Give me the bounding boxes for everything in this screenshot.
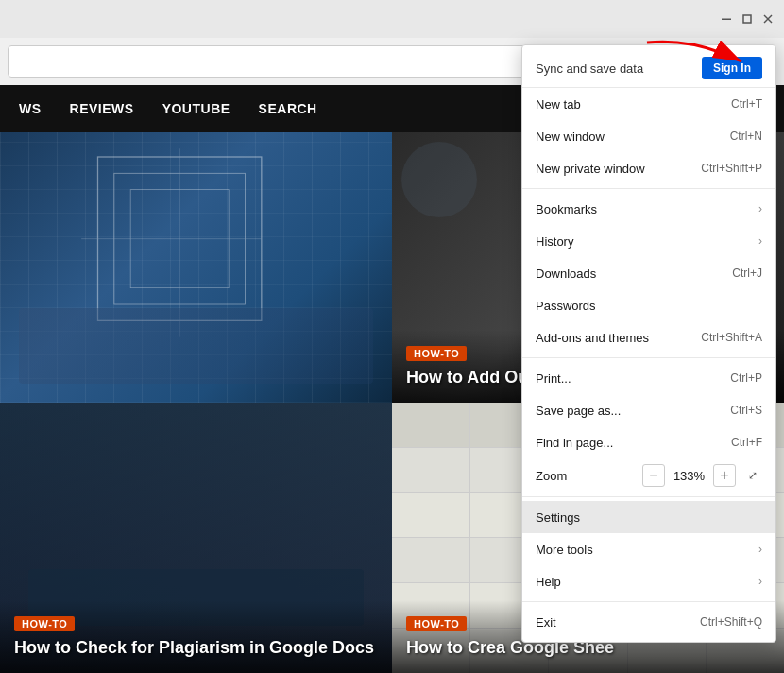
zoom-row: Zoom − 133% + ⤢ <box>522 458 775 492</box>
menu-item-settings[interactable]: Settings <box>522 501 775 533</box>
svg-rect-1 <box>743 15 751 23</box>
firefox-dropdown-menu: Sync and save data Sign In New tab Ctrl+… <box>521 44 776 643</box>
nav-item-youtube[interactable]: YOUTUBE <box>162 101 230 116</box>
menu-item-help[interactable]: Help › <box>522 565 775 597</box>
help-arrow-icon: › <box>758 575 762 588</box>
menu-divider-4 <box>522 601 775 602</box>
menu-item-exit[interactable]: Exit Ctrl+Shift+Q <box>522 606 775 638</box>
nav-item-search[interactable]: SEARCH <box>259 101 317 116</box>
nav-item-ws[interactable]: WS <box>19 101 42 116</box>
menu-item-find-in-page[interactable]: Find in page... Ctrl+F <box>522 426 775 458</box>
zoom-expand-icon[interactable]: ⤢ <box>743 466 762 485</box>
article-card-1[interactable] <box>0 132 392 403</box>
zoom-minus-button[interactable]: − <box>642 464 665 487</box>
sync-label: Sync and save data <box>536 61 643 76</box>
menu-item-bookmarks[interactable]: Bookmarks › <box>522 193 775 225</box>
article-card-3[interactable]: HOW-TO How to Check for Plagiarism in Go… <box>0 403 392 673</box>
menu-item-downloads[interactable]: Downloads Ctrl+J <box>522 257 775 289</box>
menu-item-save-page[interactable]: Save page as... Ctrl+S <box>522 394 775 426</box>
menu-item-addons[interactable]: Add-ons and themes Ctrl+Shift+A <box>522 321 775 354</box>
menu-item-more-tools[interactable]: More tools › <box>522 533 775 565</box>
zoom-label: Zoom <box>536 469 567 483</box>
howto-badge-3: HOW-TO <box>14 616 75 631</box>
close-button[interactable] <box>759 10 776 27</box>
title-bar <box>0 0 784 38</box>
menu-item-print[interactable]: Print... Ctrl+P <box>522 362 775 394</box>
svg-rect-0 <box>722 19 731 21</box>
zoom-plus-button[interactable]: + <box>713 464 736 487</box>
article-title-3: How to Check for Plagiarism in Google Do… <box>14 637 378 659</box>
history-arrow-icon: › <box>758 234 762 248</box>
menu-item-new-tab[interactable]: New tab Ctrl+T <box>522 88 775 120</box>
menu-item-history[interactable]: History › <box>522 225 775 257</box>
more-tools-arrow-icon: › <box>758 543 762 556</box>
bookmarks-arrow-icon: › <box>758 202 762 216</box>
menu-divider-1 <box>522 188 775 189</box>
menu-item-new-window[interactable]: New window Ctrl+N <box>522 120 775 152</box>
sync-section: Sync and save data Sign In <box>522 49 775 88</box>
menu-divider-2 <box>522 357 775 358</box>
menu-item-new-private-window[interactable]: New private window Ctrl+Shift+P <box>522 152 775 184</box>
article-overlay-3: HOW-TO How to Check for Plagiarism in Go… <box>0 600 392 673</box>
zoom-controls: − 133% + ⤢ <box>642 464 762 487</box>
sign-in-button[interactable]: Sign In <box>702 57 762 79</box>
nav-item-reviews[interactable]: REVIEWS <box>70 101 134 116</box>
menu-item-passwords[interactable]: Passwords <box>522 289 775 321</box>
maximize-button[interactable] <box>739 10 756 27</box>
menu-divider-3 <box>522 496 775 497</box>
howto-badge-4: HOW-TO <box>406 616 467 631</box>
howto-badge-2: HOW-TO <box>406 346 467 361</box>
zoom-value-display: 133% <box>673 469 706 483</box>
minimize-button[interactable] <box>718 10 735 27</box>
